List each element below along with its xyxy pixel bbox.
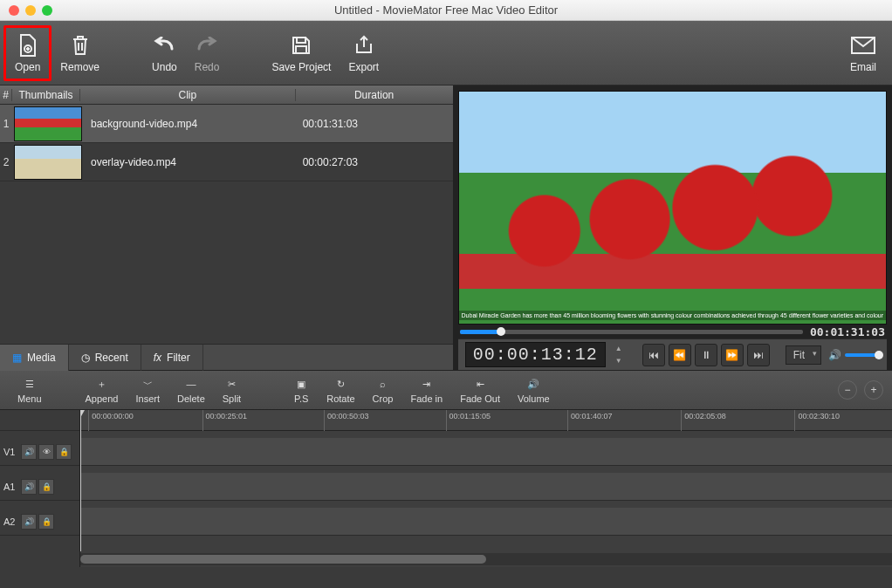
volume-slider[interactable] (845, 353, 880, 357)
film-icon: ▦ (12, 352, 22, 364)
lock-button[interactable]: 🔒 (56, 444, 72, 460)
timeline-menu-button[interactable]: ☰Menu (9, 376, 51, 404)
speaker-icon: 🔊 (24, 517, 34, 526)
timecode-display[interactable]: 00:00:13:12 (465, 342, 606, 367)
tab-media[interactable]: ▦ Media (0, 345, 69, 371)
lock-icon: 🔒 (59, 448, 69, 456)
header-num[interactable]: # (0, 89, 12, 101)
save-project-button[interactable]: Save Project (263, 25, 340, 81)
redo-button[interactable]: Redo (186, 25, 229, 81)
clip-row[interactable]: 1 background-video.mp4 00:01:31:03 (0, 105, 453, 143)
speaker-icon[interactable]: 🔊 (828, 349, 841, 361)
track-v1[interactable] (80, 438, 892, 466)
chevron-down-icon: ﹀ (140, 376, 155, 392)
hide-button[interactable]: 👁 (38, 444, 54, 460)
track-area[interactable]: 00:00:00:00 00:00:25:01 00:00:50:03 00:0… (80, 410, 892, 567)
volume-control: 🔊 (828, 349, 880, 361)
zoom-fit-select[interactable]: Fit (786, 345, 821, 365)
undo-button[interactable]: Undo (143, 25, 186, 81)
timeline-scrollbar[interactable] (80, 553, 892, 565)
email-label: Email (850, 61, 876, 73)
mute-button[interactable]: 🔊 (21, 479, 37, 495)
fadeout-button[interactable]: ⇤Fade Out (451, 376, 509, 404)
lock-button[interactable]: 🔒 (38, 514, 54, 530)
speaker-icon: 🔊 (24, 482, 34, 491)
clip-table-header: # Thumbnails Clip Duration (0, 85, 453, 105)
append-button[interactable]: ＋Append (77, 376, 127, 404)
clip-row[interactable]: 2 overlay-video.mp4 00:00:27:03 (0, 143, 453, 181)
seek-thumb[interactable] (497, 327, 505, 336)
split-button[interactable]: ✂Split (214, 376, 250, 404)
export-button[interactable]: Export (340, 25, 388, 81)
email-button[interactable]: Email (841, 25, 885, 81)
crop-button[interactable]: ⌕Crop (364, 376, 402, 404)
plus-icon: ＋ (94, 376, 110, 392)
zoom-out-button[interactable]: − (838, 380, 857, 400)
clip-name: overlay-video.mp4 (84, 156, 296, 168)
minimize-window-button[interactable] (25, 5, 36, 16)
preview-viewport[interactable]: Dubai Miracle Garden has more than 45 mi… (458, 91, 887, 325)
track-headers: V1 🔊 👁 🔒 A1 🔊 🔒 A2 🔊 🔒 (0, 410, 80, 567)
fadein-button[interactable]: ⇥Fade in (401, 376, 451, 404)
clip-thumbnail (14, 106, 82, 141)
pause-button[interactable]: ⏸ (695, 344, 717, 366)
time-ruler[interactable]: 00:00:00:00 00:00:25:01 00:00:50:03 00:0… (80, 410, 892, 431)
track-a1[interactable] (80, 473, 892, 501)
remove-label: Remove (60, 61, 99, 73)
redo-label: Redo (195, 61, 220, 73)
open-button[interactable]: Open (3, 25, 51, 81)
zoom-out-icon: − (844, 384, 850, 396)
close-window-button[interactable] (9, 5, 19, 16)
header-clip[interactable]: Clip (80, 89, 296, 101)
ps-button[interactable]: ▣P.S (285, 376, 318, 404)
delete-label: Delete (177, 393, 205, 404)
append-label: Append (86, 393, 119, 404)
volume-icon: 🔊 (525, 376, 541, 392)
menu-label: Menu (17, 393, 42, 404)
volume-thumb[interactable] (875, 351, 883, 359)
remove-button[interactable]: Remove (51, 25, 108, 81)
skip-end-button[interactable]: ⏭ (747, 344, 770, 366)
zoom-in-icon: + (870, 384, 876, 396)
split-icon: ✂ (223, 376, 239, 392)
fx-icon: fx (154, 352, 161, 364)
size-icon: ▣ (293, 376, 309, 392)
tab-recent[interactable]: ◷ Recent (69, 345, 141, 371)
track-a2[interactable] (80, 508, 892, 536)
minus-icon: — (183, 376, 199, 392)
playhead[interactable] (80, 410, 81, 551)
track-head-a1: A1 🔊 🔒 (0, 473, 79, 501)
rotate-button[interactable]: ↻Rotate (318, 376, 363, 404)
timecode-down[interactable]: ▼ (613, 355, 625, 367)
header-duration[interactable]: Duration (296, 89, 453, 101)
rewind-button[interactable]: ⏪ (669, 344, 691, 366)
header-thumbnails[interactable]: Thumbnails (12, 89, 80, 101)
mute-button[interactable]: 🔊 (21, 514, 37, 530)
svg-rect-2 (296, 46, 306, 53)
zoom-in-button[interactable]: + (864, 380, 883, 400)
lock-button[interactable]: 🔒 (38, 479, 54, 495)
fit-label: Fit (793, 349, 805, 361)
crop-icon: ⌕ (375, 376, 391, 392)
delete-button[interactable]: —Delete (168, 376, 214, 404)
clip-num: 2 (0, 156, 12, 168)
seek-track[interactable] (460, 330, 803, 334)
zoom-window-button[interactable] (42, 5, 52, 16)
crop-label: Crop (373, 393, 394, 404)
split-label: Split (223, 393, 241, 404)
fadein-icon: ⇥ (419, 376, 435, 392)
clip-list: 1 background-video.mp4 00:01:31:03 2 ove… (0, 105, 453, 344)
skip-start-button[interactable]: ⏮ (642, 344, 665, 366)
volume-button[interactable]: 🔊Volume (509, 376, 559, 404)
scrollbar-thumb[interactable] (80, 555, 486, 564)
lock-icon: 🔒 (42, 482, 51, 491)
open-label: Open (15, 61, 40, 73)
timecode-up[interactable]: ▲ (613, 343, 625, 355)
insert-button[interactable]: ﹀Insert (127, 376, 168, 404)
rotate-label: Rotate (326, 393, 354, 404)
mute-button[interactable]: 🔊 (21, 444, 37, 460)
ruler-mark: 00:00:00:00 (88, 410, 134, 431)
forward-button[interactable]: ⏩ (721, 344, 744, 366)
track-head-v1: V1 🔊 👁 🔒 (0, 438, 79, 466)
tab-filter[interactable]: fx Filter (141, 345, 203, 371)
